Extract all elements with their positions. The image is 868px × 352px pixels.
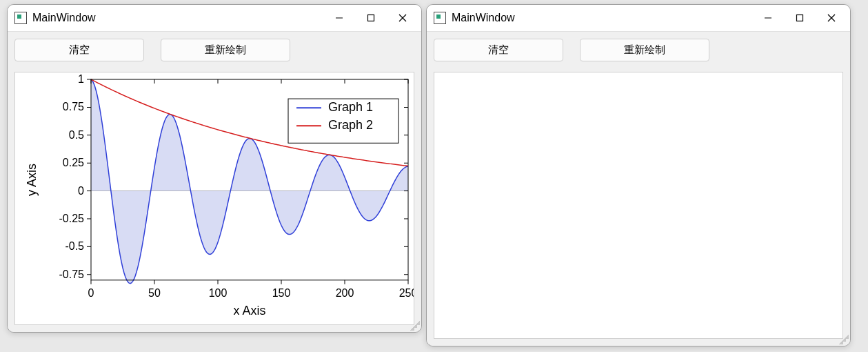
svg-text:0.5: 0.5 (69, 128, 84, 141)
plot-widget[interactable]: 050100150200250-0.75-0.5-0.2500.250.50.7… (14, 72, 414, 325)
redraw-button[interactable]: 重新绘制 (580, 39, 709, 61)
minimize-button[interactable] (752, 8, 784, 28)
svg-text:-0.25: -0.25 (59, 212, 85, 224)
window-main-right: MainWindow 清空 重新绘制 (426, 4, 851, 346)
svg-rect-57 (797, 15, 803, 21)
client-area: 清空 重新绘制 (427, 32, 850, 346)
svg-text:1: 1 (78, 72, 84, 85)
toolbar: 清空 重新绘制 (427, 32, 850, 61)
svg-text:0.75: 0.75 (63, 100, 84, 113)
app-icon (434, 12, 446, 24)
svg-text:100: 100 (209, 286, 228, 299)
svg-text:Graph 2: Graph 2 (328, 118, 373, 132)
svg-text:y Axis: y Axis (25, 164, 39, 196)
resize-grip[interactable] (839, 335, 849, 344)
window-title: MainWindow (32, 12, 96, 24)
svg-text:x Axis: x Axis (234, 304, 266, 317)
svg-text:-0.5: -0.5 (65, 239, 84, 252)
clear-button[interactable]: 清空 (434, 39, 563, 61)
app-icon (14, 12, 27, 24)
client-area: 清空 重新绘制 050100150200250-0.75-0.5-0.2500.… (8, 32, 421, 332)
svg-text:-0.75: -0.75 (59, 268, 85, 280)
svg-text:250: 250 (399, 286, 414, 299)
plot-widget-empty[interactable] (434, 72, 843, 339)
close-button[interactable] (816, 8, 847, 28)
svg-rect-1 (368, 15, 374, 21)
svg-text:150: 150 (272, 286, 291, 299)
toolbar: 清空 重新绘制 (8, 32, 421, 61)
svg-text:50: 50 (148, 286, 161, 299)
maximize-button[interactable] (355, 8, 387, 28)
minimize-button[interactable] (323, 8, 355, 28)
window-title: MainWindow (452, 12, 515, 24)
svg-text:200: 200 (336, 286, 354, 299)
svg-text:Graph 1: Graph 1 (328, 100, 373, 114)
svg-text:0: 0 (88, 286, 94, 299)
svg-text:0.25: 0.25 (63, 156, 84, 168)
resize-grip[interactable] (410, 321, 420, 331)
close-button[interactable] (387, 8, 418, 28)
titlebar[interactable]: MainWindow (8, 5, 421, 32)
clear-button[interactable]: 清空 (14, 39, 144, 61)
svg-text:0: 0 (78, 184, 84, 197)
maximize-button[interactable] (784, 8, 816, 28)
redraw-button[interactable]: 重新绘制 (161, 39, 290, 61)
window-main-left: MainWindow 清空 重新绘制 050100150200250-0.75-… (7, 4, 422, 333)
titlebar[interactable]: MainWindow (427, 5, 850, 32)
